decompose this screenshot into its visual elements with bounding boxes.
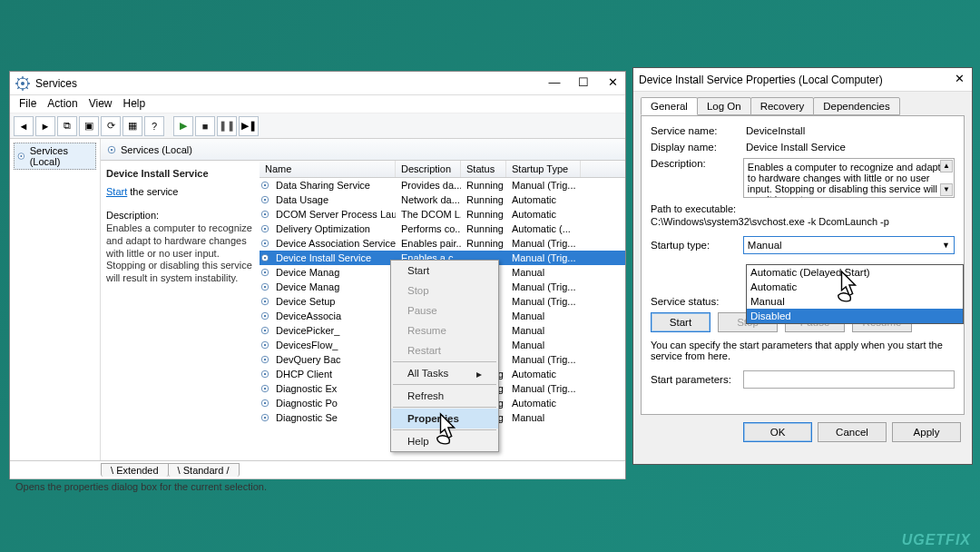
start-button[interactable]: Start xyxy=(651,312,710,332)
col-description[interactable]: Description xyxy=(396,161,461,177)
stop-svc-button[interactable]: ■ xyxy=(195,116,215,136)
dialog-title: Device Install Service Properties (Local… xyxy=(639,74,952,86)
gear-icon xyxy=(260,369,270,380)
description-box: Enables a computer to recognize and adap… xyxy=(743,158,955,198)
svg-point-3 xyxy=(20,155,22,157)
svg-point-39 xyxy=(264,417,266,419)
gear-icon xyxy=(260,267,270,278)
back-button[interactable]: ◄ xyxy=(14,116,34,136)
chevron-down-icon: ▼ xyxy=(942,241,950,250)
titlebar: Services — ☐ ✕ xyxy=(10,72,625,95)
col-startup[interactable]: Startup Type xyxy=(506,161,581,177)
cancel-button[interactable]: Cancel xyxy=(818,422,887,442)
ctx-properties[interactable]: Properties xyxy=(391,409,498,429)
refresh-button[interactable]: ⟳ xyxy=(101,116,121,136)
service-row[interactable]: Delivery OptimizationPerforms co...Runni… xyxy=(260,222,625,236)
export-button[interactable]: ▦ xyxy=(122,116,142,136)
svg-point-13 xyxy=(264,228,266,230)
services-icon xyxy=(15,76,30,91)
col-status[interactable]: Status xyxy=(461,161,506,177)
gear-icon xyxy=(16,151,26,162)
service-row[interactable]: Data Sharing ServiceProvides da...Runnin… xyxy=(260,178,625,192)
svg-point-9 xyxy=(264,199,266,201)
ctx-refresh[interactable]: Refresh xyxy=(391,386,498,406)
label-service-status: Service status: xyxy=(651,296,746,307)
statusbar: Opens the properties dialog box for the … xyxy=(10,478,625,495)
svg-point-25 xyxy=(264,315,266,317)
ok-button[interactable]: OK xyxy=(743,422,812,442)
scroll-down-button[interactable]: ▼ xyxy=(940,183,953,196)
gear-icon xyxy=(260,238,270,249)
properties-dialog: Device Install Service Properties (Local… xyxy=(632,67,973,465)
minimize-button[interactable]: — xyxy=(547,76,562,91)
help-button[interactable]: ? xyxy=(144,116,164,136)
service-row[interactable]: Device Association ServiceEnables pair..… xyxy=(260,236,625,251)
value-display-name: Device Install Service xyxy=(746,142,846,153)
detail-service-name: Device Install Service xyxy=(106,168,254,179)
tab-standard[interactable]: \ Standard / xyxy=(168,463,240,477)
pause-svc-button[interactable]: ❚❚ xyxy=(217,116,237,136)
tab-recovery[interactable]: Recovery xyxy=(750,97,815,115)
start-params-input[interactable] xyxy=(743,370,955,389)
tab-dependencies[interactable]: Dependencies xyxy=(813,97,900,115)
label-start-params: Start parameters: xyxy=(651,374,743,385)
start-service-link[interactable]: Start xyxy=(106,186,127,197)
gear-icon xyxy=(260,325,270,336)
service-row[interactable]: DCOM Server Process Laun...The DCOM L...… xyxy=(260,207,625,222)
gear-icon xyxy=(260,340,270,350)
menu-help[interactable]: Help xyxy=(123,97,146,111)
ctx-all-tasks[interactable]: All Tasks▸ xyxy=(391,363,498,383)
label-service-name: Service name: xyxy=(651,125,746,136)
description-label: Description: xyxy=(106,210,254,221)
show-hide-button[interactable]: ⧉ xyxy=(57,116,77,136)
gear-icon xyxy=(260,398,270,409)
svg-point-31 xyxy=(264,359,266,360)
gear-icon xyxy=(260,310,270,321)
close-button[interactable]: ✕ xyxy=(605,76,620,91)
opt-manual[interactable]: Manual xyxy=(747,294,963,309)
forward-button[interactable]: ► xyxy=(35,116,55,136)
maximize-button[interactable]: ☐ xyxy=(576,76,591,91)
menu-view[interactable]: View xyxy=(89,97,113,111)
opt-disabled[interactable]: Disabled xyxy=(747,309,963,323)
ctx-pause: Pause xyxy=(391,301,498,320)
svg-point-37 xyxy=(264,402,266,404)
detail-panel: Device Install Service Start the service… xyxy=(101,161,260,460)
apply-button[interactable]: Apply xyxy=(892,422,961,442)
menu-action[interactable]: Action xyxy=(47,97,77,111)
ctx-help[interactable]: Help xyxy=(391,431,498,451)
svg-point-29 xyxy=(264,344,266,346)
gear-icon xyxy=(106,144,117,155)
tab-general[interactable]: General xyxy=(641,97,698,115)
tab-extended[interactable]: \ Extended xyxy=(101,463,169,477)
col-name[interactable]: Name xyxy=(260,161,396,177)
tab-logon[interactable]: Log On xyxy=(697,97,751,115)
svg-point-19 xyxy=(264,271,266,273)
dialog-titlebar: Device Install Service Properties (Local… xyxy=(633,68,972,92)
svg-point-35 xyxy=(264,388,266,389)
value-path: C:\Windows\system32\svchost.exe -k DcomL… xyxy=(651,216,955,227)
scroll-up-button[interactable]: ▲ xyxy=(940,160,953,172)
list-header: Name Description Status Startup Type xyxy=(260,161,625,178)
watermark: UGETFIX xyxy=(902,532,971,548)
svg-point-5 xyxy=(111,148,113,150)
gear-icon xyxy=(260,209,270,220)
props-button[interactable]: ▣ xyxy=(79,116,99,136)
svg-point-1 xyxy=(21,82,24,85)
svg-point-7 xyxy=(264,184,266,186)
restart-svc-button[interactable]: ▶❚ xyxy=(239,116,259,136)
menu-file[interactable]: File xyxy=(19,97,36,111)
dialog-close-button[interactable]: ✕ xyxy=(952,73,966,87)
hint-text: You can specify the start parameters tha… xyxy=(651,340,955,361)
startup-type-combobox[interactable]: Manual ▼ xyxy=(743,236,955,254)
start-svc-button[interactable]: ▶ xyxy=(173,116,193,136)
opt-automatic-delayed[interactable]: Automatic (Delayed Start) xyxy=(747,265,963,280)
ctx-start[interactable]: Start xyxy=(391,261,498,281)
description-text: Enables a computer to recognize and adap… xyxy=(106,222,254,285)
panel-header: Services (Local) xyxy=(101,139,625,161)
tree-item-services-local[interactable]: Services (Local) xyxy=(14,143,96,170)
service-row[interactable]: Data UsageNetwork da...RunningAutomatic xyxy=(260,192,625,207)
gear-icon xyxy=(260,383,270,394)
opt-automatic[interactable]: Automatic xyxy=(747,280,963,294)
gear-icon xyxy=(260,354,270,365)
